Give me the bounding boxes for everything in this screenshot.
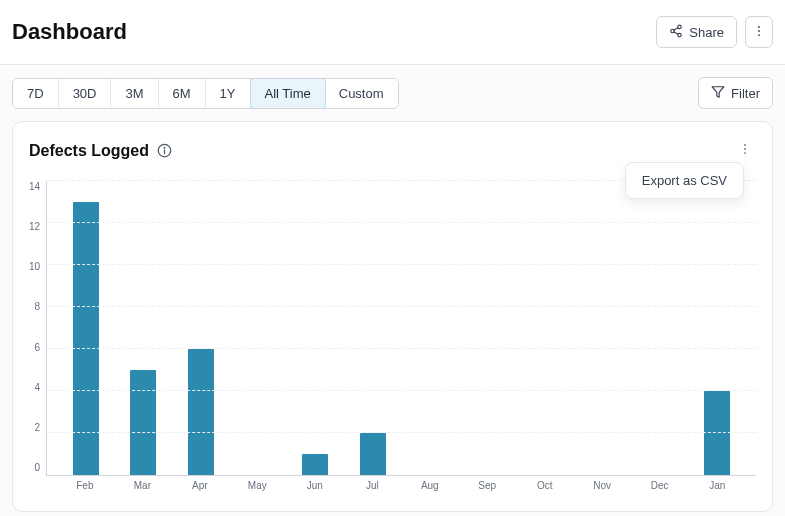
svg-point-14	[744, 152, 746, 154]
y-tick: 10	[29, 261, 40, 272]
svg-line-3	[674, 31, 678, 33]
range-7d[interactable]: 7D	[13, 79, 59, 108]
bar-slot	[57, 181, 114, 475]
card-more-button[interactable]	[734, 138, 756, 163]
bar-slot	[115, 181, 172, 475]
bar[interactable]	[73, 202, 99, 475]
range-6m[interactable]: 6M	[159, 79, 206, 108]
x-tick: Apr	[171, 480, 228, 491]
x-tick: Jul	[344, 480, 401, 491]
chart-plot	[46, 181, 756, 476]
svg-point-13	[744, 148, 746, 150]
share-label: Share	[689, 25, 724, 40]
time-range-group: 7D 30D 3M 6M 1Y All Time Custom	[12, 78, 399, 109]
svg-point-12	[744, 144, 746, 146]
card-menu-popover: Export as CSV	[625, 162, 744, 199]
chart-x-axis: FebMarAprMayJunJulAugSepOctNovDecJan	[46, 476, 756, 491]
y-tick: 12	[29, 221, 40, 232]
bar[interactable]	[188, 349, 214, 475]
x-tick: Nov	[573, 480, 630, 491]
header-more-button[interactable]	[745, 16, 773, 48]
x-tick: Oct	[516, 480, 573, 491]
filter-label: Filter	[731, 86, 760, 101]
bar-slot	[229, 181, 286, 475]
range-30d[interactable]: 30D	[59, 79, 112, 108]
card-title-wrap: Defects Logged	[29, 142, 172, 160]
bar[interactable]	[704, 391, 730, 475]
x-tick: May	[229, 480, 286, 491]
range-1y[interactable]: 1Y	[206, 79, 251, 108]
bar-slot	[172, 181, 229, 475]
x-tick: Jun	[286, 480, 343, 491]
header-actions: Share	[656, 16, 773, 48]
defects-chart: 14121086420 FebMarAprMayJunJulAugSepOctN…	[29, 181, 756, 491]
svg-line-4	[674, 27, 678, 29]
bar-slot	[689, 181, 746, 475]
export-csv-item[interactable]: Export as CSV	[642, 173, 727, 188]
y-tick: 8	[35, 301, 41, 312]
more-vertical-icon	[752, 24, 766, 41]
page-header: Dashboard Share	[0, 0, 785, 65]
svg-marker-8	[712, 86, 724, 97]
page-title: Dashboard	[12, 19, 127, 45]
share-button[interactable]: Share	[656, 16, 737, 48]
y-tick: 14	[29, 181, 40, 192]
chart-plot-wrap: FebMarAprMayJunJulAugSepOctNovDecJan	[46, 181, 756, 491]
more-vertical-icon	[738, 144, 752, 159]
bar-slot	[459, 181, 516, 475]
gridline	[47, 432, 756, 433]
gridline	[47, 390, 756, 391]
y-tick: 2	[35, 422, 41, 433]
bar-slot	[516, 181, 573, 475]
x-tick: Mar	[114, 480, 171, 491]
y-tick: 0	[35, 462, 41, 473]
bar-slot	[402, 181, 459, 475]
gridline	[47, 348, 756, 349]
y-tick: 4	[35, 382, 41, 393]
x-tick: Aug	[401, 480, 458, 491]
gridline	[47, 264, 756, 265]
svg-point-7	[758, 34, 760, 36]
card-title: Defects Logged	[29, 142, 149, 160]
range-all-time[interactable]: All Time	[250, 78, 326, 109]
bar[interactable]	[360, 433, 386, 475]
filter-icon	[711, 85, 725, 102]
bar-slot	[574, 181, 631, 475]
range-3m[interactable]: 3M	[111, 79, 158, 108]
bar-slot	[287, 181, 344, 475]
x-tick: Sep	[459, 480, 516, 491]
svg-point-11	[164, 147, 165, 148]
bar-slot	[631, 181, 688, 475]
x-tick: Feb	[56, 480, 113, 491]
page-body: 7D 30D 3M 6M 1Y All Time Custom Filter D…	[0, 65, 785, 516]
bar[interactable]	[302, 454, 328, 475]
share-icon	[669, 24, 683, 41]
toolbar: 7D 30D 3M 6M 1Y All Time Custom Filter	[12, 77, 773, 109]
y-tick: 6	[35, 342, 41, 353]
x-tick: Dec	[631, 480, 688, 491]
x-tick: Jan	[688, 480, 745, 491]
filter-button[interactable]: Filter	[698, 77, 773, 109]
bar[interactable]	[130, 370, 156, 475]
card-header: Defects Logged	[29, 138, 756, 163]
defects-card: Defects Logged Export as CSV 14121086420	[12, 121, 773, 512]
gridline	[47, 306, 756, 307]
chart-y-axis: 14121086420	[29, 181, 46, 491]
info-icon[interactable]	[157, 143, 172, 158]
svg-point-5	[758, 25, 760, 27]
svg-point-6	[758, 30, 760, 32]
gridline	[47, 222, 756, 223]
chart-bars	[47, 181, 756, 475]
range-custom[interactable]: Custom	[325, 79, 398, 108]
bar-slot	[344, 181, 401, 475]
